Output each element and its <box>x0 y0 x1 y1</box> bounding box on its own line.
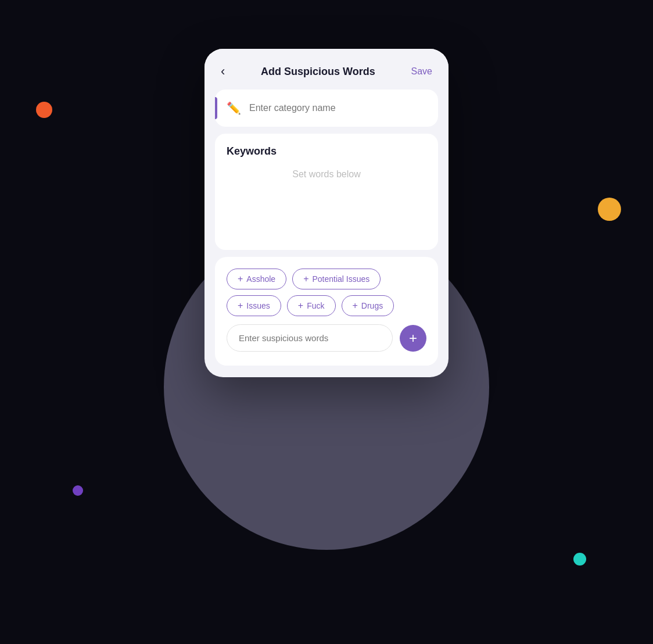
suspicious-words-input[interactable] <box>227 324 393 352</box>
keywords-card: Keywords Set words below <box>215 134 438 250</box>
back-button[interactable]: ‹ <box>221 65 225 78</box>
tag-fuck[interactable]: + Fuck <box>287 295 336 316</box>
category-name-input[interactable] <box>249 103 426 113</box>
phone-card: ‹ Add Suspicious Words Save ✏️ Keywords … <box>204 49 449 377</box>
tag-label: Asshole <box>246 274 275 284</box>
plus-icon: + <box>298 300 303 311</box>
tag-label: Issues <box>246 301 270 310</box>
purple-dot <box>73 485 83 496</box>
tag-label: Fuck <box>307 301 324 310</box>
add-word-button[interactable]: + <box>400 325 426 352</box>
teal-dot <box>573 553 586 566</box>
category-card: ✏️ <box>215 90 438 127</box>
scene: ‹ Add Suspicious Words Save ✏️ Keywords … <box>123 31 530 613</box>
yellow-dot <box>598 198 621 221</box>
orange-dot <box>36 102 52 118</box>
tag-label: Potential Issues <box>313 274 370 284</box>
plus-icon: + <box>353 300 358 311</box>
plus-icon: + <box>238 300 243 311</box>
save-button[interactable]: Save <box>411 66 432 77</box>
plus-icon: + <box>303 274 308 284</box>
tag-issues[interactable]: + Issues <box>227 295 281 316</box>
page-title: Add Suspicious Words <box>261 66 375 78</box>
plus-icon: + <box>238 274 243 284</box>
bottom-panel: + Asshole + Potential Issues + Issues + … <box>215 257 438 366</box>
keywords-placeholder: Set words below <box>227 169 426 180</box>
tag-potential-issues[interactable]: + Potential Issues <box>292 269 381 289</box>
tag-drugs[interactable]: + Drugs <box>342 295 394 316</box>
tag-label: Drugs <box>361 301 383 310</box>
edit-icon: ✏️ <box>227 101 241 115</box>
tag-asshole[interactable]: + Asshole <box>227 269 286 289</box>
input-row: + <box>227 324 426 352</box>
page-header: ‹ Add Suspicious Words Save <box>204 49 449 90</box>
plus-icon: + <box>409 330 417 346</box>
keywords-title: Keywords <box>227 145 426 158</box>
tags-row: + Asshole + Potential Issues + Issues + … <box>227 269 426 316</box>
